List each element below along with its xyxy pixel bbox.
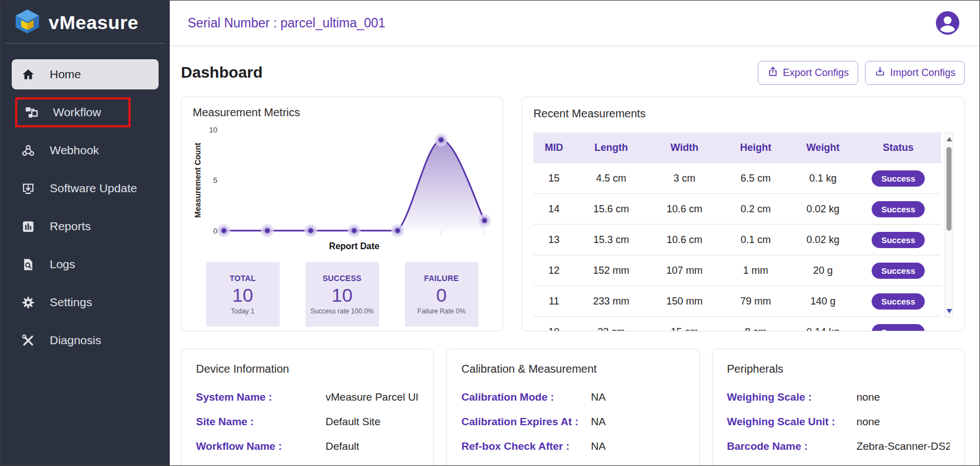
cell-height: 0.1 cm: [721, 225, 790, 255]
sidebar-item-label: Diagnosis: [50, 334, 101, 347]
info-label: Ref-box Check After :: [461, 440, 591, 453]
home-icon: [21, 67, 35, 82]
cell-width: 107 mm: [648, 255, 721, 286]
info-row: Workflow Name :Default: [196, 440, 419, 453]
sidebar-item-workflow[interactable]: Workflow: [15, 97, 131, 127]
metrics-stats: TOTAL10Today 1SUCCESS10Success rate 100.…: [193, 262, 491, 327]
measurement-metrics-chart: 0510Measurement CountReport Date: [193, 120, 491, 260]
info-row: System Name :vMeasure Parcel Ulti…: [196, 391, 419, 404]
status-badge: Success: [872, 232, 925, 248]
cell-status: Success: [855, 194, 941, 225]
cell-length: 152 mm: [575, 255, 648, 286]
user-avatar-icon[interactable]: [936, 11, 959, 35]
svg-text:5: 5: [213, 176, 218, 184]
sidebar: vMeasure HomeWorkflowWebhookSoftware Upd…: [1, 1, 170, 465]
cell-weight: 140 g: [790, 286, 855, 317]
scrollbar-thumb[interactable]: [946, 147, 952, 231]
status-badge: Success: [872, 263, 925, 279]
peripherals-card: PeripheralsWeighing Scale :noneWeighing …: [712, 349, 965, 466]
sidebar-item-home[interactable]: Home: [12, 59, 159, 89]
table-row: 154.5 cm3 cm6.5 cm0.1 kgSuccess: [533, 163, 941, 194]
info-label: Calibration Expires At :: [461, 416, 591, 429]
cell-status: Success: [855, 286, 941, 317]
cell-status: Success: [855, 225, 941, 255]
cell-length: 4.5 cm: [575, 163, 648, 194]
cell-weight: 0.14 kg: [790, 317, 855, 332]
column-header-weight: Weight: [790, 132, 855, 163]
info-row: Weighing Scale :none: [727, 391, 950, 404]
cell-length: 233 mm: [575, 286, 648, 317]
webhook-icon: [21, 143, 35, 158]
cell-mid: 15: [533, 163, 575, 194]
cell-width: 150 mm: [648, 286, 721, 317]
info-label: Calibration Mode :: [461, 391, 591, 404]
cell-mid: 10: [533, 317, 575, 332]
scrollbar-up-arrow-icon[interactable]: [946, 137, 952, 141]
dashboard-top-row: Measurement Metrics 0510Measurement Coun…: [181, 97, 965, 331]
column-header-length: Length: [575, 132, 648, 163]
cell-length: 15.6 cm: [575, 194, 648, 225]
info-row: Site Name :Default Site: [196, 416, 419, 429]
info-row: Calibration Expires At :NA: [461, 416, 684, 429]
svg-text:0: 0: [213, 227, 218, 235]
info-card-title: Peripherals: [727, 363, 950, 375]
stat-value: 10: [232, 284, 254, 306]
topbar: Serial Number : parcel_ultima_001: [170, 1, 979, 46]
device-information-card: Device InformationSystem Name :vMeasure …: [181, 349, 434, 466]
column-header-mid: MID: [533, 132, 575, 163]
export-configs-button[interactable]: Export Configs: [758, 61, 858, 85]
sidebar-item-label: Settings: [50, 296, 92, 309]
cell-height: 79 mm: [721, 286, 790, 317]
serial-number: Serial Number : parcel_ultima_001: [188, 16, 385, 31]
sidebar-item-label: Webhook: [50, 144, 99, 157]
page-title: Dashboard: [181, 64, 262, 82]
sidebar-item-software-update[interactable]: Software Update: [12, 173, 159, 203]
info-label: Barcode Name :: [727, 440, 857, 453]
settings-icon: [21, 295, 35, 310]
sidebar-item-label: Workflow: [53, 106, 101, 119]
table-scrollbar[interactable]: [945, 132, 953, 318]
info-row: Barcode Name :Zebra-Scanner-DS22…: [727, 440, 950, 453]
cell-status: Success: [855, 317, 941, 332]
cell-mid: 11: [533, 286, 575, 317]
cell-width: 15 cm: [648, 317, 721, 332]
svg-text:Report Date: Report Date: [329, 241, 379, 251]
info-label: Site Name :: [196, 416, 326, 429]
sidebar-item-label: Software Update: [50, 182, 137, 195]
info-row: Calibration Mode :NA: [461, 391, 684, 404]
measurements-card-title: Recent Measurements: [533, 107, 953, 120]
stat-caption: Failure Rate 0%: [418, 307, 466, 315]
info-label: System Name :: [196, 391, 326, 404]
import-configs-button[interactable]: Import Configs: [865, 61, 965, 85]
cell-length: 15.3 cm: [575, 225, 648, 255]
column-header-width: Width: [648, 132, 721, 163]
stat-value: 10: [332, 284, 353, 306]
info-value: Zebra-Scanner-DS22…: [857, 440, 950, 453]
export-upload-icon: [767, 66, 778, 80]
calibration-measurement-card: Calibration & MeasurementCalibration Mod…: [446, 349, 699, 466]
reports-icon: [21, 219, 35, 234]
status-badge: Success: [872, 170, 925, 187]
cell-status: Success: [855, 255, 941, 286]
info-card-title: Calibration & Measurement: [461, 363, 684, 375]
cell-width: 10.6 cm: [648, 194, 721, 225]
sidebar-item-reports[interactable]: Reports: [12, 211, 159, 241]
cell-weight: 20 g: [790, 255, 855, 286]
table-row: 1415.6 cm10.6 cm0.2 cm0.02 kgSuccess: [533, 194, 941, 225]
cell-status: Success: [855, 163, 941, 194]
stat-label: FAILURE: [424, 274, 459, 283]
logs-icon: [21, 257, 35, 272]
workflow-icon: [24, 105, 39, 120]
cell-length: 23 cm: [575, 317, 648, 332]
stat-box-total: TOTAL10Today 1: [206, 262, 280, 327]
cell-height: 6.5 cm: [721, 163, 790, 194]
sidebar-item-diagnosis[interactable]: Diagnosis: [12, 325, 159, 355]
sidebar-item-webhook[interactable]: Webhook: [12, 135, 159, 165]
measurements-table: MIDLengthWidthHeightWeightStatus 154.5 c…: [533, 132, 941, 331]
scrollbar-down-arrow-icon[interactable]: [946, 309, 952, 313]
table-row: 1315.3 cm10.6 cm0.1 cm0.02 kgSuccess: [533, 225, 941, 255]
sidebar-item-settings[interactable]: Settings: [12, 287, 159, 317]
stat-label: TOTAL: [230, 274, 256, 283]
sidebar-item-logs[interactable]: Logs: [12, 249, 159, 279]
diagnosis-icon: [21, 333, 35, 348]
